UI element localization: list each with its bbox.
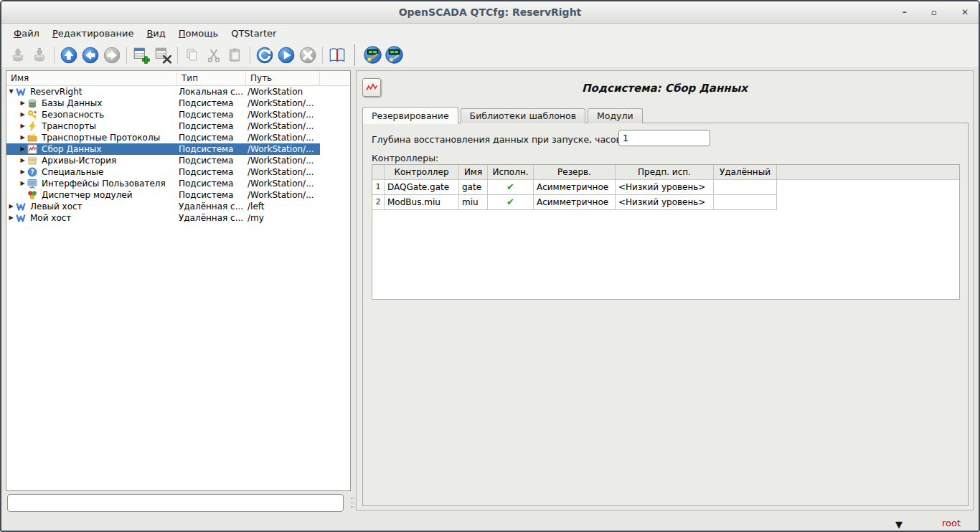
cut-item-button[interactable] xyxy=(203,44,225,66)
collapsed-arrow-icon[interactable]: ▶ xyxy=(18,132,27,143)
tree-row-modules[interactable]: Диспетчер модулей Подсистема /WorkStatio… xyxy=(6,189,320,201)
cell-remote[interactable] xyxy=(714,195,777,210)
collapsed-arrow-icon[interactable]: ▶ xyxy=(6,212,16,224)
load-from-db-button[interactable] xyxy=(7,44,29,66)
reload-icon xyxy=(255,46,274,65)
grip-dots-icon xyxy=(350,496,356,509)
play-icon xyxy=(277,46,296,65)
controllers-table-header: Контроллер Имя Исполн. Резерв. Предп. ис… xyxy=(372,165,959,180)
databases-icon xyxy=(27,98,39,108)
col-reserve[interactable]: Резерв. xyxy=(534,165,616,180)
save-to-db-button[interactable] xyxy=(29,44,50,66)
tree-header-path[interactable]: Путь xyxy=(246,71,320,85)
collapsed-arrow-icon[interactable]: ▶ xyxy=(18,166,27,178)
copy-item-button[interactable] xyxy=(182,44,203,66)
maximize-button[interactable]: ▫ xyxy=(931,8,937,16)
collapsed-arrow-icon[interactable]: ▶ xyxy=(18,143,27,155)
tab-template-libs[interactable]: Библиотеки шаблонов xyxy=(461,108,585,123)
qtstarter-launch-1-button[interactable] xyxy=(362,44,383,66)
status-dropdown-icon[interactable]: ▼ xyxy=(895,520,903,529)
cell-name[interactable]: miu xyxy=(459,195,488,210)
cell-controller[interactable]: ModBus.miu xyxy=(385,195,459,210)
cell-remote[interactable] xyxy=(714,180,777,195)
col-remote[interactable]: Удалённый xyxy=(714,165,777,180)
item-remove-button[interactable] xyxy=(152,44,174,66)
cell-name[interactable]: gate xyxy=(459,180,488,195)
col-name[interactable]: Имя xyxy=(459,165,488,180)
col-exec[interactable]: Исполн. xyxy=(488,165,534,180)
tree-row-my-host[interactable]: ▶Мой хост Удалённая с... /my xyxy=(6,212,320,224)
protocols-icon xyxy=(27,133,39,143)
menu-edit[interactable]: Редактирование xyxy=(46,25,140,42)
tree-filter-input[interactable] xyxy=(7,494,344,512)
nav-up-button[interactable] xyxy=(58,44,80,66)
qtstarter-launch-2-button[interactable] xyxy=(383,44,405,66)
collapsed-arrow-icon[interactable]: ▶ xyxy=(18,109,27,120)
tree-row-left-host[interactable]: ▶Левый хост Удалённая с... /left xyxy=(6,201,320,212)
config-panel: Подсистема: Сбор Данных Резервирование Б… xyxy=(356,70,974,510)
controllers-table: Контроллер Имя Исполн. Резерв. Предп. ис… xyxy=(372,164,960,300)
check-icon[interactable]: ✔ xyxy=(507,181,514,192)
toolbar-separator xyxy=(322,47,323,64)
cell-pref-exec[interactable]: <Низкий уровень> xyxy=(616,195,714,210)
splitter-handle[interactable] xyxy=(350,496,356,512)
table-row[interactable]: 1 DAQGate.gate gate ✔ Асимметричное <Низ… xyxy=(372,180,959,195)
start-item-button[interactable] xyxy=(275,44,297,66)
copy-icon xyxy=(184,47,201,64)
expanded-arrow-icon[interactable]: ▼ xyxy=(6,86,16,98)
stop-item-button[interactable] xyxy=(297,44,319,66)
cell-controller[interactable]: DAQGate.gate xyxy=(385,180,459,195)
collapsed-arrow-icon[interactable]: ▶ xyxy=(18,98,27,109)
restore-depth-input[interactable] xyxy=(618,130,710,146)
collapsed-arrow-icon[interactable]: ▶ xyxy=(18,155,27,166)
tree-row-databases[interactable]: ▶Базы Данных Подсистема /WorkStation/... xyxy=(6,98,320,109)
tab-reservation[interactable]: Резервирование xyxy=(362,107,458,124)
book-icon xyxy=(328,46,347,65)
menu-file[interactable]: Файл xyxy=(7,25,46,42)
table-row[interactable]: 2 ModBus.miu miu ✔ Асимметричное <Низкий… xyxy=(372,195,959,210)
tree-row-transports[interactable]: ▶Транспорты Подсистема /WorkStation/... xyxy=(6,120,320,132)
cell-reserve[interactable]: Асимметричное xyxy=(534,180,616,195)
collapsed-arrow-icon[interactable]: ▶ xyxy=(18,178,27,189)
minimize-button[interactable]: – xyxy=(903,8,907,16)
row-number: 1 xyxy=(372,180,385,195)
cell-pref-exec[interactable]: <Низкий уровень> xyxy=(616,180,714,195)
transports-icon xyxy=(27,121,39,131)
item-add-button[interactable] xyxy=(131,44,152,66)
col-controller[interactable]: Контроллер xyxy=(385,165,459,180)
tree-row-reservright[interactable]: ▼ReservRight Локальная с... /WorkStation xyxy=(6,86,320,98)
cell-reserve[interactable]: Асимметричное xyxy=(534,195,616,210)
tree-row-archives[interactable]: ▶Архивы-История Подсистема /WorkStation/… xyxy=(6,155,320,166)
nav-forward-button[interactable] xyxy=(101,44,123,66)
nav-back-button[interactable] xyxy=(80,44,101,66)
menu-qtstarter[interactable]: QTStarter xyxy=(225,25,283,42)
collapsed-arrow-icon[interactable]: ▶ xyxy=(6,201,16,212)
close-button[interactable]: ✕ xyxy=(961,8,969,16)
menu-view[interactable]: Вид xyxy=(140,25,171,42)
remove-item-icon xyxy=(154,46,172,65)
tree-header-type[interactable]: Тип xyxy=(177,71,246,85)
tree-row-user-interfaces[interactable]: ▶Интерфейсы Пользователя Подсистема /Wor… xyxy=(6,178,320,189)
reload-item-button[interactable] xyxy=(254,44,275,66)
tree-row-daq-selected[interactable]: ▶Сбор Данных Подсистема /WorkStation/... xyxy=(6,143,320,155)
db-save-icon xyxy=(31,47,48,64)
tree-row-special[interactable]: ▶Специальные Подсистема /WorkStation/... xyxy=(6,166,320,178)
paste-item-button[interactable] xyxy=(225,44,246,66)
clipboard-icon xyxy=(227,47,244,64)
toolbar-separator xyxy=(54,47,55,64)
manual-button[interactable] xyxy=(326,44,348,66)
security-icon xyxy=(27,110,39,120)
collapsed-arrow-icon[interactable]: ▶ xyxy=(18,120,27,132)
tree-header-name[interactable]: Имя xyxy=(6,71,177,85)
restore-depth-label: Глубина восстановления данных при запуск… xyxy=(372,134,624,145)
tree-navigator[interactable]: Имя Тип Путь ▼ReservRight Локальная с...… xyxy=(6,70,351,491)
tree-row-security[interactable]: ▶Безопасность Подсистема /WorkStation/..… xyxy=(6,109,320,120)
archives-icon xyxy=(27,156,39,166)
menu-help[interactable]: Помощь xyxy=(172,25,225,42)
col-pref-exec[interactable]: Предп. исп. xyxy=(616,165,714,180)
status-user[interactable]: root xyxy=(942,518,961,528)
check-icon[interactable]: ✔ xyxy=(507,196,514,207)
tree-row-protocols[interactable]: ▶Транспортные Протоколы Подсистема /Work… xyxy=(6,132,320,143)
title-bar[interactable]: OpenSCADA QTCfg: ReservRight – ▫ ✕ xyxy=(1,1,979,24)
tab-modules[interactable]: Модули xyxy=(588,108,643,123)
